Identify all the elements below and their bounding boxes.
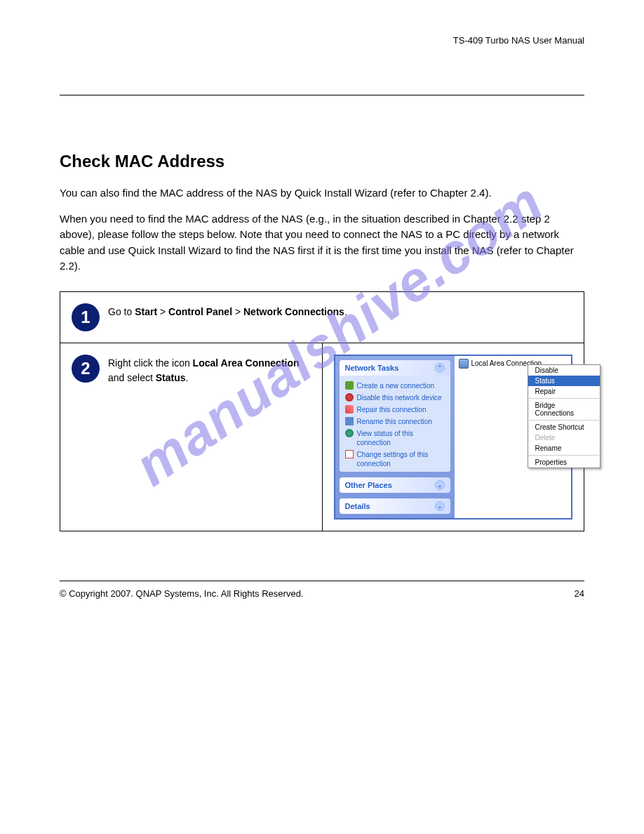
step-1-text: Go to Start > Control Panel > Network Co… — [108, 303, 347, 320]
page-header: TS-409 Turbo NAS User Manual — [60, 35, 584, 95]
menu-repair[interactable]: Repair — [528, 386, 600, 397]
menu-shortcut[interactable]: Create Shortcut — [528, 422, 600, 432]
expand-icon[interactable]: ⌄ — [435, 501, 445, 511]
network-tasks-header[interactable]: Network Tasks ⌃ — [340, 360, 450, 376]
menu-separator — [529, 455, 599, 456]
settings-icon — [345, 450, 354, 458]
task-item[interactable]: Repair this connection — [345, 404, 445, 416]
menu-status[interactable]: Status — [528, 376, 600, 386]
menu-rename[interactable]: Rename — [528, 443, 600, 454]
expand-icon[interactable]: ⌄ — [435, 480, 445, 490]
status-icon — [345, 429, 354, 437]
footer-copyright: © Copyright 2007. QNAP Systems, Inc. All… — [60, 588, 303, 599]
breadcrumb: TS-409 Turbo NAS User Manual — [60, 35, 584, 46]
task-item[interactable]: Disable this network device — [345, 392, 445, 404]
menu-properties[interactable]: Properties — [528, 457, 600, 468]
details-box[interactable]: Details ⌄ — [340, 498, 450, 514]
network-tasks-box: Network Tasks ⌃ Create a new connection … — [340, 360, 450, 472]
paragraph-1: You can also find the MAC address of the… — [60, 185, 584, 201]
connection-icon — [459, 359, 469, 369]
connection-wizard-icon — [345, 381, 354, 390]
section-title: Check MAC Address — [60, 152, 584, 171]
step-number-badge: 1 — [72, 303, 100, 331]
paragraph-2: When you need to find the MAC address of… — [60, 211, 584, 274]
xp-sidebar: Network Tasks ⌃ Create a new connection … — [335, 356, 455, 518]
task-item[interactable]: Create a new connection — [345, 380, 445, 392]
xp-main-pane: Local Area Connection Disable Status Rep… — [455, 356, 572, 518]
menu-separator — [529, 420, 599, 421]
menu-disable[interactable]: Disable — [528, 365, 600, 376]
network-tasks-body: Create a new connection Disable this net… — [340, 376, 450, 472]
xp-window: Network Tasks ⌃ Create a new connection … — [334, 355, 573, 519]
task-item[interactable]: Change settings of this connection — [345, 449, 445, 470]
menu-delete: Delete — [528, 432, 600, 443]
context-menu: Disable Status Repair Bridge Connections… — [528, 364, 601, 468]
task-item[interactable]: Rename this connection — [345, 416, 445, 428]
step-2-text: Right click the icon Local Area Connecti… — [108, 355, 311, 386]
repair-icon — [345, 405, 354, 413]
collapse-icon[interactable]: ⌃ — [435, 363, 445, 373]
footer-page-number: 24 — [575, 588, 584, 599]
rename-icon — [345, 417, 354, 425]
page-footer: © Copyright 2007. QNAP Systems, Inc. All… — [60, 581, 584, 599]
other-places-box[interactable]: Other Places ⌄ — [340, 477, 450, 493]
task-item[interactable]: View status of this connection — [345, 428, 445, 449]
steps-table: 1 Go to Start > Control Panel > Network … — [60, 291, 584, 531]
menu-bridge[interactable]: Bridge Connections — [528, 400, 600, 418]
disable-icon — [345, 393, 354, 402]
menu-separator — [529, 398, 599, 399]
step-number-badge: 2 — [72, 355, 100, 383]
